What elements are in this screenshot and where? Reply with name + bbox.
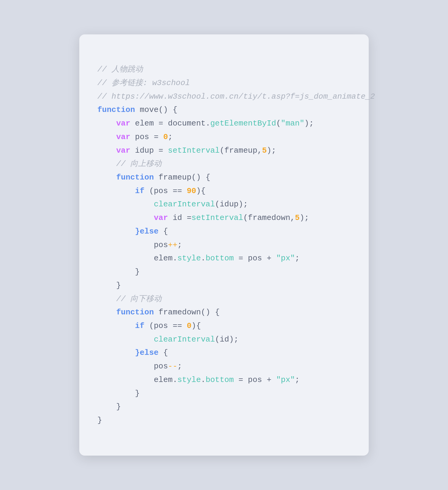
elem-style-bottom-2: elem. (154, 375, 177, 384)
elem-style-bottom-1: elem. (154, 254, 177, 263)
fn-framedown-name: framedown (154, 308, 201, 317)
comment-down: // 向下移动 (116, 294, 162, 304)
close-framedown: } (116, 402, 121, 411)
semi-bottom-1: ; (295, 254, 300, 263)
if2-close: ){ (191, 321, 201, 330)
if1-close: ){ (196, 186, 206, 196)
comment-2: // 参考链接: w3school (97, 78, 190, 88)
fn-setinterval-up: setInterval (168, 146, 220, 155)
idup-args: (frameup, (220, 146, 262, 155)
fn-clearinterval-idup: clearInterval (154, 200, 215, 209)
code-window: // 人物跳动 // 参考链接: w3school // https://www… (79, 34, 369, 456)
man-arg: ( (276, 119, 281, 128)
fn-frameup-name: frameup (154, 173, 191, 182)
id-args: (framedown, (243, 213, 295, 222)
string-man: "man" (281, 119, 304, 128)
prop-bottom-2: bottom (206, 375, 234, 384)
idup-assign: idup = (130, 146, 168, 155)
inc-op: ++ (168, 240, 177, 250)
prop-style-2: style (177, 375, 201, 384)
fn-clearinterval-id: clearInterval (154, 335, 215, 344)
eq-pos-2: = pos + (234, 375, 276, 384)
prop-style-1: style (177, 254, 201, 263)
clearinterval-id-arg: (id); (215, 335, 238, 344)
semi-pos: ; (168, 132, 173, 142)
number-5-idup: 5 (262, 146, 267, 155)
keyword-else-2: }else (135, 348, 159, 357)
semi-inc: ; (177, 240, 182, 250)
paren-open: () { (159, 105, 177, 114)
var-elem: var (116, 119, 130, 128)
pos-dec: pos (154, 362, 168, 371)
fn-setinterval-down: setInterval (191, 213, 243, 222)
number-90: 90 (187, 186, 196, 196)
dot-bottom-1: . (201, 254, 206, 263)
if2-open: (pos == (144, 321, 187, 330)
number-5-id: 5 (295, 213, 300, 222)
id-assign: id = (168, 213, 191, 222)
eq-pos-1: = pos + (234, 254, 276, 263)
close-frameup: } (116, 281, 121, 290)
else2-brace: { (159, 348, 168, 357)
else1-brace: { (159, 227, 168, 236)
fn-getbyid: getElementById (210, 119, 276, 128)
keyword-if-2: if (135, 321, 144, 330)
idup-close: ); (267, 146, 276, 155)
keyword-else-1: }else (135, 227, 159, 236)
clearinterval-idup-arg: (idup); (215, 200, 248, 209)
elem-decl: elem = document. (130, 119, 210, 128)
comment-3: // https://www.w3school.com.cn/tiy/t.asp… (97, 92, 375, 101)
comment-up: // 向上移动 (116, 159, 162, 168)
prop-bottom-1: bottom (206, 254, 234, 263)
dot-bottom-2: . (201, 375, 206, 384)
close-else-2: } (135, 389, 140, 398)
string-px-2: "px" (276, 375, 295, 384)
keyword-function-framedown: function (116, 308, 154, 317)
if1-open: (pos == (144, 186, 187, 196)
frameup-paren: () { (191, 173, 210, 182)
var-pos: var (116, 132, 130, 142)
close-else-1: } (135, 267, 140, 276)
string-px-1: "px" (276, 254, 295, 263)
keyword-function-move: function (97, 105, 135, 114)
keyword-function-frameup: function (116, 173, 154, 182)
semi-dec: ; (177, 362, 182, 371)
semi-bottom-2: ; (295, 375, 300, 384)
close-move: } (97, 416, 102, 425)
id-close: ); (300, 213, 309, 222)
number-0-if2: 0 (187, 321, 191, 330)
paren-close-semi: ); (304, 119, 314, 128)
fn-move-name: move (135, 105, 159, 114)
number-0-pos: 0 (163, 132, 168, 142)
pos-inc: pos (154, 240, 168, 250)
comment-1: // 人物跳动 (97, 65, 143, 74)
code-content: // 人物跳动 // 参考链接: w3school // https://www… (97, 49, 351, 441)
pos-assign: pos = (130, 132, 163, 142)
keyword-if-1: if (135, 186, 144, 196)
framedown-paren: () { (201, 308, 219, 317)
var-idup: var (116, 146, 130, 155)
var-id: var (154, 213, 168, 222)
dec-op: -- (168, 362, 177, 371)
